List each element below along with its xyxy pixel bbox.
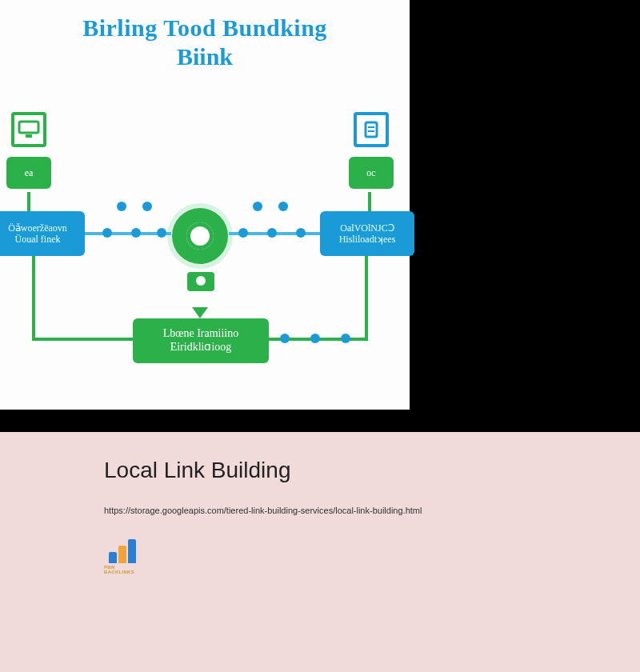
connector-dot bbox=[157, 228, 166, 238]
page-url: https://storage.googleapis.com/tiered-li… bbox=[104, 506, 640, 515]
gear-inner bbox=[186, 222, 214, 250]
logo-bar bbox=[128, 539, 136, 563]
connector-dot bbox=[278, 202, 288, 211]
svg-rect-1 bbox=[26, 134, 32, 138]
right-green-badge: oc bbox=[349, 157, 394, 189]
doc-glyph bbox=[362, 120, 381, 139]
left-box-line2: Üoual finek bbox=[15, 234, 61, 245]
page-title: Local Link Building bbox=[104, 458, 640, 483]
title-line-1: Birling Tood Bundking bbox=[0, 14, 410, 42]
connector-dot bbox=[310, 334, 320, 343]
right-box-line1: OalVOlNJCƆ bbox=[340, 222, 394, 234]
left-blue-box: Öǎwoeržëaovn Üoual finek bbox=[0, 211, 85, 256]
logo-icon: PBN BACKLINKS bbox=[104, 539, 142, 571]
monitor-icon bbox=[11, 112, 46, 147]
doc-icon bbox=[354, 112, 389, 147]
connector bbox=[32, 338, 133, 341]
infographic-image: Birling Tood Bundking Biink ea Öǎwoeržëa… bbox=[0, 0, 410, 410]
screen-glyph bbox=[18, 120, 40, 139]
connector-dot bbox=[102, 228, 112, 238]
right-badge-text: oc bbox=[366, 167, 375, 178]
connector-dot bbox=[131, 228, 141, 238]
arrow-down-icon bbox=[192, 307, 208, 318]
connector-dot bbox=[238, 228, 248, 238]
connector bbox=[365, 256, 368, 339]
upper-region: Birling Tood Bundking Biink ea Öǎwoeržëa… bbox=[0, 0, 640, 432]
gear-icon bbox=[172, 208, 228, 264]
connector-dot bbox=[267, 228, 277, 238]
connector-dot bbox=[142, 202, 152, 211]
left-box-line1: Öǎwoeržëaovn bbox=[8, 222, 67, 234]
connector-dot bbox=[296, 228, 306, 238]
bottom-box-line1: Lbœne Iramiiino bbox=[163, 327, 238, 341]
connector-dot bbox=[253, 202, 262, 211]
right-blue-box: OalVOlNJCƆ Hisliloadtʞees bbox=[320, 211, 414, 256]
connector bbox=[27, 192, 30, 211]
logo-text: PBN BACKLINKS bbox=[104, 565, 142, 574]
infographic-title: Birling Tood Bundking Biink bbox=[0, 0, 410, 70]
svg-rect-2 bbox=[366, 122, 377, 137]
title-line-2: Biink bbox=[0, 43, 410, 70]
bottom-box-line2: Eiridkliɑioog bbox=[170, 341, 232, 354]
logo-bar bbox=[109, 552, 117, 563]
connector-dot bbox=[280, 334, 290, 343]
bottom-green-box: Lbœne Iramiiino Eiridkliɑioog bbox=[133, 318, 269, 363]
left-badge-text: ea bbox=[25, 167, 34, 178]
connector-dot bbox=[117, 202, 126, 211]
logo-bar bbox=[118, 546, 126, 563]
svg-rect-0 bbox=[19, 122, 38, 133]
connector-dot bbox=[341, 334, 350, 343]
diagram: ea Öǎwoeržëaovn Üoual finek oc OalVOlNJC… bbox=[0, 112, 410, 392]
connector bbox=[32, 256, 35, 339]
connector bbox=[368, 192, 371, 211]
right-box-line2: Hisliloadtʞees bbox=[339, 234, 396, 245]
camera-icon bbox=[187, 272, 214, 291]
left-green-badge: ea bbox=[6, 157, 51, 189]
content-panel: Local Link Building https://storage.goog… bbox=[0, 432, 640, 672]
